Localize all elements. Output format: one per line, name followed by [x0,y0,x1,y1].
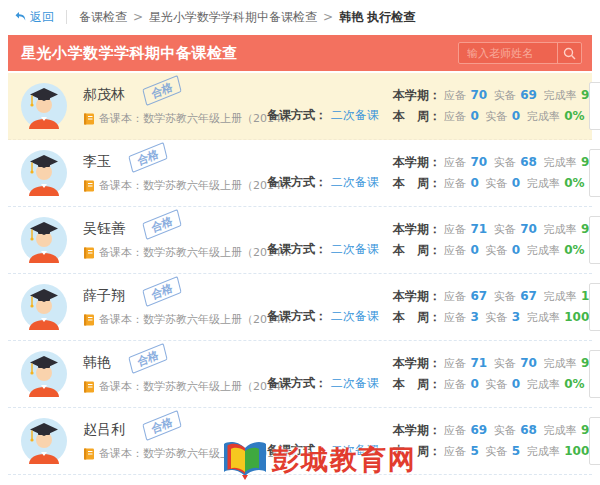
prep-method-label: 备课方式： [267,175,327,189]
notebook-icon [83,180,95,192]
view-button[interactable]: 查看 [589,350,600,398]
week-actual-value: 0 [512,176,520,190]
back-button[interactable]: 返回 [14,9,54,26]
breadcrumb-bar: 返回 备课检查 > 星光小学数学学科期中备课检查 > 韩艳 执行检查 [0,0,600,30]
breadcrumb-separator: > [133,10,143,24]
teacher-info: 韩艳 合格 备课本： 数学苏教六年级上册（2014... [83,354,267,394]
breadcrumb-segment-1[interactable]: 备课检查 [79,9,127,26]
teacher-info: 李玉 合格 备课本： 数学苏教六年级上册（2014... [83,153,267,193]
week-should-value: 3 [471,310,479,324]
semester-actual-value: 70 [520,222,537,236]
teacher-name: 韩艳 [83,354,111,372]
page-title: 星光小学数学学科期中备课检查 [21,44,458,63]
notebook-icon [83,314,95,326]
week-stats: 本 周：应备 0 实备 0 完成率 0% [393,106,589,127]
view-button[interactable]: 查看 [589,216,600,264]
teacher-name: 郝茂林 [83,86,125,104]
search-input[interactable] [459,43,557,63]
divider [66,10,67,24]
week-stats: 本 周：应备 0 实备 0 完成率 0% [393,374,589,395]
notebook-label: 备课本： [99,446,143,461]
week-stats: 本 周：应备 3 实备 3 完成率 100% [393,307,589,328]
notebook-icon [83,113,95,125]
week-actual-value: 0 [512,377,520,391]
back-arrow-icon [14,11,27,23]
prep-method-link[interactable]: 二次备课 [331,175,379,189]
teacher-info: 吴钰善 合格 备课本： 数学苏教六年级上册（2014... [83,220,267,260]
teacher-row: 郝茂林 合格 备课本： 数学苏教六年级上册（2014... 备课方式： 二次备课… [8,73,592,140]
graduate-avatar [21,284,67,330]
qualified-stamp: 合格 [142,276,181,307]
back-label: 返回 [30,9,54,26]
notebook-label: 备课本： [99,245,143,260]
notebook-icon [83,247,95,259]
teacher-name: 李玉 [83,153,111,171]
week-rate-value: 0% [564,109,584,123]
teacher-info: 赵吕利 合格 备课本： 数学苏教六年级上册（2014... [83,421,267,461]
notebook-icon [83,381,95,393]
week-stats: 本 周：应备 0 实备 0 完成率 0% [393,240,589,261]
teacher-name: 薛子翔 [83,287,125,305]
qualified-stamp: 合格 [128,142,167,173]
prep-stats: 本学期：应备 67 实备 67 完成率 100% 本 周：应备 3 实备 3 完… [393,286,589,328]
notebook-icon [83,448,95,460]
teacher-info: 薛子翔 合格 备课本： 数学苏教六年级上册（2014... [83,287,267,327]
prep-method-link[interactable]: 二次备课 [331,309,379,323]
week-rate-value: 0% [564,176,584,190]
semester-should-value: 70 [471,88,488,102]
teacher-name: 吴钰善 [83,220,125,238]
prep-stats: 本学期：应备 71 实备 70 完成率 99% 本 周：应备 0 实备 0 完成… [393,353,589,395]
semester-actual-value: 68 [520,423,537,437]
prep-stats: 本学期：应备 69 实备 68 完成率 99% 本 周：应备 5 实备 5 完成… [393,420,589,462]
semester-stats: 本学期：应备 70 实备 68 完成率 97% [393,152,589,173]
week-actual-value: 5 [512,444,520,458]
prep-method-label: 备课方式： [267,242,327,256]
prep-method: 备课方式： 二次备课 [267,308,393,325]
notebook-label: 备课本： [99,178,143,193]
week-actual-value: 0 [512,243,520,257]
teacher-info: 郝茂林 合格 备课本： 数学苏教六年级上册（2014... [83,86,267,126]
teacher-list: 郝茂林 合格 备课本： 数学苏教六年级上册（2014... 备课方式： 二次备课… [8,73,592,475]
semester-stats: 本学期：应备 67 实备 67 完成率 100% [393,286,589,307]
view-button[interactable]: 查看 [589,283,600,331]
prep-method-label: 备课方式： [267,108,327,122]
prep-method-label: 备课方式： [267,376,327,390]
week-rate-value: 0% [564,243,584,257]
prep-method: 备课方式： 二次备课 [267,174,393,191]
week-actual-value: 0 [512,109,520,123]
teacher-row: 韩艳 合格 备课本： 数学苏教六年级上册（2014... 备课方式： 二次备课 … [8,341,592,408]
search-button[interactable] [557,43,581,63]
notebook-label: 备课本： [99,111,143,126]
teacher-name: 赵吕利 [83,421,125,439]
qualified-stamp: 合格 [142,410,181,441]
week-should-value: 0 [471,377,479,391]
week-stats: 本 周：应备 0 实备 0 完成率 0% [393,173,589,194]
graduate-avatar [21,351,67,397]
prep-method-link[interactable]: 二次备课 [331,108,379,122]
breadcrumb-segment-2[interactable]: 星光小学数学学科期中备课检查 [149,9,317,26]
semester-should-value: 71 [471,222,488,236]
teacher-row: 吴钰善 合格 备课本： 数学苏教六年级上册（2014... 备课方式： 二次备课… [8,207,592,274]
week-should-value: 5 [471,444,479,458]
week-actual-value: 3 [512,310,520,324]
semester-stats: 本学期：应备 71 实备 70 完成率 99% [393,219,589,240]
notebook-label: 备课本： [99,379,143,394]
prep-method-label: 备课方式： [267,443,327,457]
qualified-stamp: 合格 [142,75,181,106]
week-should-value: 0 [471,243,479,257]
prep-method-link[interactable]: 二次备课 [331,242,379,256]
week-should-value: 0 [471,176,479,190]
view-button[interactable]: 查看 [589,417,600,465]
prep-method: 备课方式： 二次备课 [267,107,393,124]
prep-method-link[interactable]: 二次备课 [331,376,379,390]
view-button[interactable]: 查看 [589,149,600,197]
prep-method-link[interactable]: 二次备课 [331,443,379,457]
week-should-value: 0 [471,109,479,123]
semester-stats: 本学期：应备 69 实备 68 完成率 99% [393,420,589,441]
notebook-label: 备课本： [99,312,143,327]
view-button[interactable]: 查看 [589,82,600,130]
semester-should-value: 69 [471,423,488,437]
prep-method: 备课方式： 二次备课 [267,375,393,392]
semester-should-value: 70 [471,155,488,169]
qualified-stamp: 合格 [128,343,167,374]
